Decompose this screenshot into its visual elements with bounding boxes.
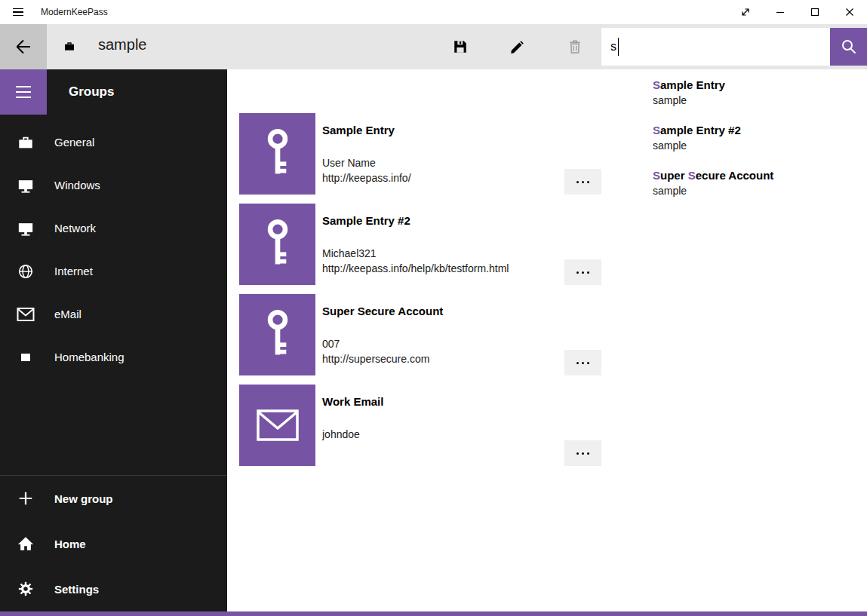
- suggestion-title: Super Secure Account: [653, 168, 855, 182]
- entry-row[interactable]: Work Email johndoe: [239, 385, 601, 466]
- suggestion-item[interactable]: Sample Entry #2 sample: [640, 118, 867, 163]
- entry-username: Michael321: [322, 246, 509, 261]
- envelope-icon: [16, 307, 35, 322]
- more-options-button[interactable]: [564, 259, 601, 285]
- entry-list: Sample Entry User Name http://keepass.in…: [239, 113, 601, 466]
- entry-row[interactable]: Sample Entry User Name http://keepass.in…: [239, 113, 601, 195]
- search-submit-button[interactable]: [830, 28, 867, 66]
- entry-url: http://supersecure.com: [322, 351, 443, 366]
- entry-details: Michael321 http://keepass.info/help/kb/t…: [322, 246, 509, 276]
- sidebar-item-label: Internet: [54, 265, 93, 277]
- card-icon: [16, 351, 35, 364]
- sidebar: Groups General Windows: [0, 69, 227, 616]
- sidebar-item-network[interactable]: Network: [0, 207, 227, 250]
- suggestion-item[interactable]: Super Secure Account sample: [640, 163, 867, 208]
- sidebar-item-label: Network: [54, 222, 96, 234]
- database-title: sample: [98, 36, 146, 54]
- key-icon: [260, 128, 295, 179]
- suggestion-title: Sample Entry #2: [653, 123, 855, 137]
- hamburger-icon: [13, 8, 23, 10]
- entry-details: johndoe: [322, 427, 383, 442]
- suggestion-item[interactable]: Sample Entry sample: [640, 72, 867, 118]
- sidebar-item-label: General: [54, 136, 94, 149]
- globe-icon: [16, 263, 35, 280]
- plus-icon: [16, 490, 35, 507]
- minimize-button[interactable]: [763, 0, 798, 24]
- gear-icon: [16, 581, 35, 597]
- trash-icon: [567, 38, 583, 55]
- sidebar-item-windows[interactable]: Windows: [0, 164, 227, 207]
- more-options-button[interactable]: [564, 440, 601, 466]
- sidebar-item-internet[interactable]: Internet: [0, 250, 227, 293]
- sidebar-footer: New group Home: [0, 475, 227, 611]
- entry-text: Super Secure Account 007 http://supersec…: [322, 305, 443, 366]
- sidebar-item-label: Homebanking: [54, 351, 125, 363]
- close-icon: [842, 5, 857, 20]
- entry-title: Work Email: [322, 395, 383, 409]
- suggestion-subtitle: sample: [653, 93, 855, 108]
- delete-button[interactable]: [557, 29, 593, 65]
- titlebar: ModernKeePass: [0, 0, 867, 24]
- group-list: General Windows Network: [0, 121, 227, 378]
- back-arrow-icon: [11, 35, 35, 59]
- maximize-icon: [807, 5, 822, 20]
- entry-url: http://keepass.info/help/kb/testform.htm…: [322, 261, 509, 276]
- entry-tile[interactable]: [239, 294, 315, 375]
- more-options-button[interactable]: [564, 169, 601, 195]
- hamburger-icon: [16, 86, 31, 87]
- fullscreen-button[interactable]: [728, 0, 763, 24]
- entry-text: Sample Entry User Name http://keepass.in…: [322, 124, 411, 185]
- suggestion-subtitle: sample: [653, 184, 855, 198]
- window-controls: [728, 0, 867, 24]
- entry-tile[interactable]: [239, 204, 315, 285]
- suggestion-subtitle: sample: [653, 139, 855, 153]
- sidebar-item-label: eMail: [54, 308, 81, 320]
- entry-row[interactable]: Super Secure Account 007 http://supersec…: [239, 294, 601, 375]
- entry-text: Sample Entry #2 Michael321 http://keepas…: [322, 214, 509, 276]
- search-query-text: s: [610, 40, 616, 54]
- monitor-icon: [16, 220, 35, 237]
- suggestion-title: Sample Entry: [653, 78, 855, 92]
- search-box: s: [601, 28, 867, 66]
- entry-url: http://keepass.info/: [322, 170, 411, 185]
- command-buttons: [442, 24, 593, 69]
- back-button[interactable]: [0, 24, 47, 69]
- entry-title: Sample Entry #2: [322, 214, 509, 228]
- ellipsis-icon: [576, 181, 579, 183]
- sidebar-item-settings[interactable]: Settings: [0, 566, 227, 611]
- search-suggestions: Sample Entry sample Sample Entry #2 samp…: [640, 69, 867, 208]
- nav-toggle-button[interactable]: [0, 69, 47, 115]
- edit-pencil-icon: [509, 38, 526, 55]
- fullscreen-icon: [738, 5, 753, 20]
- app-command-bar: sample s: [0, 24, 867, 69]
- groups-heading: Groups: [69, 84, 114, 100]
- home-icon: [16, 535, 35, 552]
- key-icon: [260, 219, 295, 270]
- entry-details: 007 http://supersecure.com: [322, 336, 443, 366]
- sidebar-item-homebanking[interactable]: Homebanking: [0, 336, 227, 378]
- entry-username: johndoe: [322, 427, 383, 442]
- more-options-button[interactable]: [564, 350, 601, 375]
- sidebar-item-label: Home: [54, 538, 86, 550]
- save-button[interactable]: [442, 29, 478, 65]
- sidebar-item-label: New group: [54, 492, 113, 505]
- entry-text: Work Email johndoe: [322, 395, 383, 442]
- search-input[interactable]: s: [601, 28, 830, 66]
- database-icon: [63, 41, 75, 53]
- sidebar-item-home[interactable]: Home: [0, 521, 227, 566]
- close-button[interactable]: [832, 0, 867, 24]
- sidebar-item-new-group[interactable]: New group: [0, 476, 227, 521]
- titlebar-menu-button[interactable]: [0, 0, 36, 24]
- sidebar-item-label: Windows: [54, 179, 100, 192]
- text-caret: [618, 38, 619, 56]
- entry-tile[interactable]: [239, 113, 315, 195]
- edit-button[interactable]: [500, 29, 536, 65]
- entry-row[interactable]: Sample Entry #2 Michael321 http://keepas…: [239, 204, 601, 285]
- maximize-button[interactable]: [798, 0, 832, 24]
- entry-details: User Name http://keepass.info/: [322, 155, 411, 185]
- briefcase-icon: [16, 134, 35, 151]
- sidebar-item-email[interactable]: eMail: [0, 293, 227, 336]
- sidebar-item-general[interactable]: General: [0, 121, 227, 164]
- entry-tile[interactable]: [239, 385, 315, 466]
- ellipsis-icon: [576, 362, 579, 364]
